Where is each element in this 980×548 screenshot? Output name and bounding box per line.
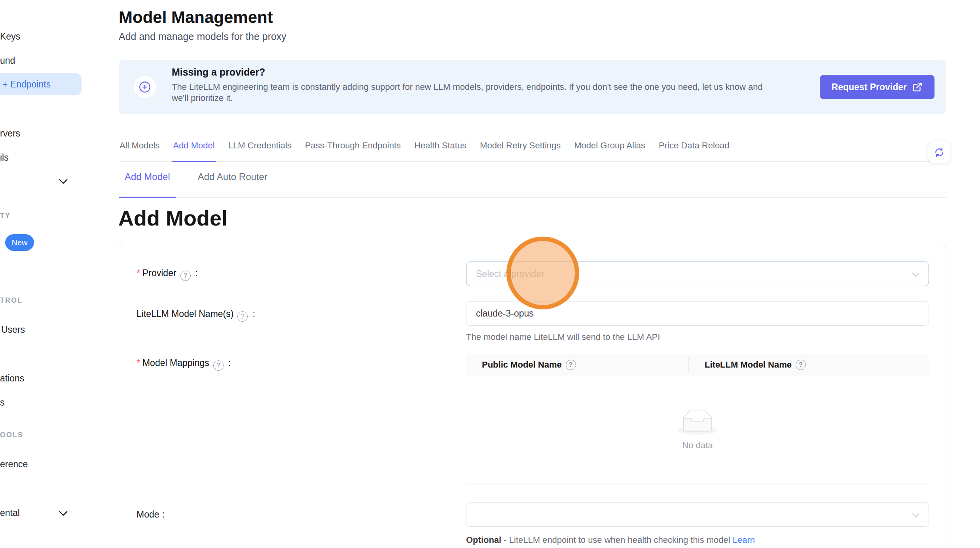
learn-link[interactable]: Learn xyxy=(733,535,755,545)
new-badge: New xyxy=(5,234,34,251)
required-asterisk: * xyxy=(136,268,140,278)
sidebar-section-header: TROL xyxy=(0,296,23,305)
page-title: Model Management xyxy=(119,8,273,27)
chevron-down-icon xyxy=(912,269,919,277)
mode-label: Mode: xyxy=(136,508,165,520)
sidebar-item-teams[interactable]: s xyxy=(0,396,5,408)
sidebar-item-users[interactable]: Users xyxy=(1,324,25,336)
model-name-input[interactable]: claude-3-opus xyxy=(466,301,929,326)
tab-add-model[interactable]: Add Model xyxy=(172,140,215,162)
add-model-form-card: *Provider?: Select a provider LiteLLM Mo… xyxy=(119,244,946,548)
tab-price-data-reload[interactable]: Price Data Reload xyxy=(658,140,730,161)
chevron-down-icon[interactable] xyxy=(59,175,68,184)
refresh-icon xyxy=(934,147,945,158)
model-name-value: claude-3-opus xyxy=(476,308,534,319)
external-link-icon xyxy=(912,82,923,92)
col-litellm-model-name: LiteLLM Model Name? xyxy=(689,360,810,370)
tab-model-retry-settings[interactable]: Model Retry Settings xyxy=(479,140,561,161)
model-tabs: All Models Add Model LLM Credentials Pas… xyxy=(119,140,946,162)
table-empty-state: No data xyxy=(466,376,929,484)
sidebar: Keys und + Endpoints rvers ils TY New TR… xyxy=(0,0,91,548)
subtab-add-model[interactable]: Add Model xyxy=(119,171,176,198)
mode-select[interactable] xyxy=(466,502,929,527)
refresh-button[interactable] xyxy=(928,141,950,163)
help-icon[interactable]: ? xyxy=(213,360,224,371)
help-icon[interactable]: ? xyxy=(566,360,576,370)
subtab-add-auto-router[interactable]: Add Auto Router xyxy=(192,171,273,197)
request-provider-button[interactable]: Request Provider xyxy=(820,75,935,99)
sidebar-item-inference[interactable]: erence xyxy=(0,458,28,470)
tab-health-status[interactable]: Health Status xyxy=(413,140,467,161)
banner-title: Missing a provider? xyxy=(172,66,265,78)
tab-llm-credentials[interactable]: LLM Credentials xyxy=(227,140,292,161)
sidebar-item-experimental[interactable]: ental xyxy=(0,507,20,519)
no-data-text: No data xyxy=(682,440,713,451)
mode-help-bold: Optional xyxy=(466,535,501,545)
provider-label: *Provider?: xyxy=(136,267,198,281)
banner-body-line1: The LiteLLM engineering team is constant… xyxy=(172,82,763,93)
tab-all-models[interactable]: All Models xyxy=(119,140,160,161)
sidebar-section-header: TY xyxy=(0,211,11,220)
tab-pass-through-endpoints[interactable]: Pass-Through Endpoints xyxy=(304,140,402,161)
model-name-label: LiteLLM Model Name(s)?: xyxy=(136,308,255,322)
sidebar-item-keys[interactable]: Keys xyxy=(0,30,20,42)
page-subtitle: Add and manage models for the proxy xyxy=(119,31,286,42)
add-model-subtabs: Add Model Add Auto Router xyxy=(119,171,946,198)
sidebar-item-models-endpoints[interactable]: + Endpoints xyxy=(0,73,82,95)
provider-placeholder: Select a provider xyxy=(476,269,544,279)
table-header: Public Model Name? LiteLLM Model Name? xyxy=(466,354,929,376)
banner-body-line2: we'll prioritize it. xyxy=(172,93,233,104)
missing-provider-banner: Missing a provider? The LiteLLM engineer… xyxy=(119,60,946,114)
chevron-down-icon[interactable] xyxy=(59,507,68,516)
plus-circle-icon xyxy=(134,76,156,98)
sidebar-item-servers[interactable]: rvers xyxy=(0,127,20,139)
sidebar-item-label: + Endpoints xyxy=(0,79,51,90)
sidebar-section-header: OOLS xyxy=(0,430,23,440)
required-asterisk: * xyxy=(136,358,140,368)
sidebar-item-guardrails[interactable]: ils xyxy=(0,152,9,163)
model-mappings-table: Public Model Name? LiteLLM Model Name? N… xyxy=(466,354,929,484)
sidebar-item-playground[interactable]: und xyxy=(0,55,15,66)
model-mappings-label: *Model Mappings?: xyxy=(136,357,231,371)
help-icon[interactable]: ? xyxy=(796,360,806,370)
col-public-model-name: Public Model Name? xyxy=(466,360,688,370)
provider-select[interactable]: Select a provider xyxy=(466,262,929,286)
request-provider-label: Request Provider xyxy=(832,82,907,93)
mode-help: Optional - LiteLLM endpoint to use when … xyxy=(466,535,755,545)
model-name-help: The model name LiteLLM will send to the … xyxy=(466,332,660,342)
form-heading: Add Model xyxy=(118,206,227,230)
chevron-down-icon xyxy=(912,510,919,517)
sidebar-item-organizations[interactable]: ations xyxy=(0,372,24,384)
help-icon[interactable]: ? xyxy=(180,271,191,281)
tab-model-group-alias[interactable]: Model Group Alias xyxy=(573,140,646,161)
help-icon[interactable]: ? xyxy=(237,311,248,322)
empty-inbox-icon xyxy=(678,410,717,435)
